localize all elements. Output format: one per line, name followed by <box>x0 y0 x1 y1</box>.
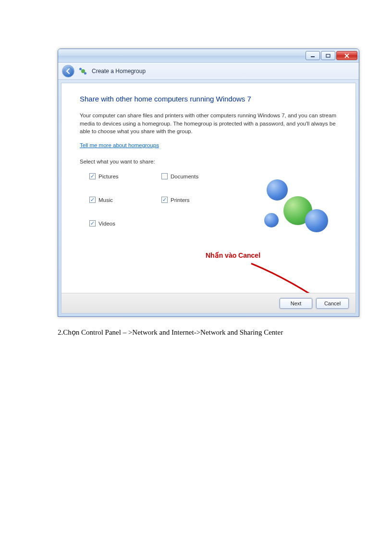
dialog-footer: Next Cancel <box>61 293 355 313</box>
window-title: Create a Homegroup <box>92 68 146 75</box>
content-outer: Share with other home computers running … <box>58 80 359 316</box>
checkbox-icon <box>161 197 168 203</box>
help-link[interactable]: Tell me more about homegroups <box>80 142 159 148</box>
checkbox-label: Videos <box>98 221 115 226</box>
back-button[interactable] <box>62 65 74 77</box>
checkbox-label: Printers <box>171 197 190 203</box>
next-button[interactable]: Next <box>280 298 312 309</box>
svg-rect-1 <box>326 54 330 57</box>
checkbox-pictures[interactable]: Pictures <box>89 173 161 179</box>
cancel-button[interactable]: Cancel <box>316 298 349 309</box>
annotation-text: Nhấn vào Cancel <box>206 251 260 259</box>
maximize-button[interactable] <box>321 51 335 60</box>
description-text: Your computer can share files and printe… <box>80 112 337 136</box>
step-caption: 2.Chọn Control Panel – >Network and Inte… <box>58 328 283 337</box>
checkbox-documents[interactable]: Documents <box>161 173 233 179</box>
select-label: Select what you want to share: <box>80 159 337 164</box>
checkbox-icon <box>89 197 96 203</box>
minimize-button[interactable] <box>306 51 320 60</box>
title-bar <box>58 49 359 63</box>
checkbox-icon <box>89 220 96 226</box>
homegroup-icon <box>79 67 87 75</box>
checkbox-icon <box>89 173 96 179</box>
close-button[interactable] <box>336 51 357 60</box>
toolbar: Create a Homegroup <box>58 63 359 80</box>
checkbox-label: Pictures <box>98 174 119 179</box>
checkbox-music[interactable]: Music <box>89 197 161 203</box>
checkbox-printers[interactable]: Printers <box>161 197 233 203</box>
checkbox-label: Documents <box>171 174 198 179</box>
svg-rect-0 <box>311 56 315 57</box>
content-panel: Share with other home computers running … <box>61 83 356 314</box>
homegroup-graphic <box>259 179 331 242</box>
page-heading: Share with other home computers running … <box>80 95 337 103</box>
checkbox-videos[interactable]: Videos <box>89 220 161 226</box>
checkbox-label: Music <box>98 197 113 203</box>
checkbox-icon <box>161 173 168 179</box>
homegroup-window: Create a Homegroup Share with other home… <box>58 49 359 317</box>
